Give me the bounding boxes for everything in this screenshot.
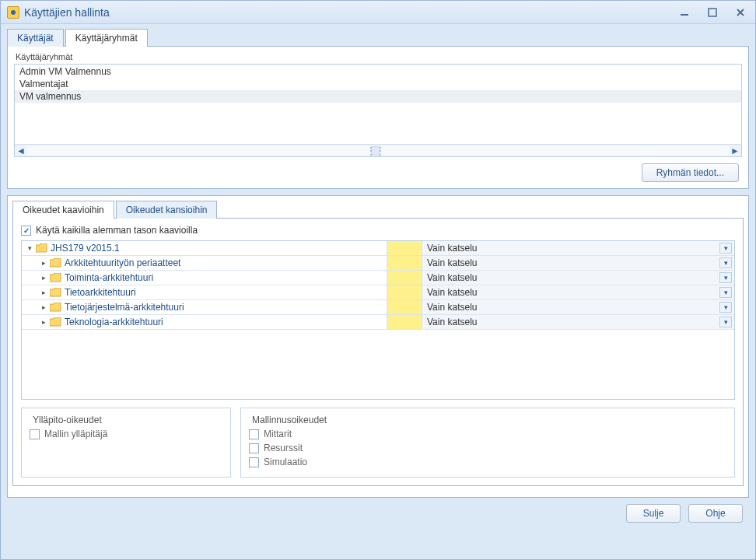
tree-node-label: Toiminta-arkkitehtuuri <box>65 272 153 283</box>
list-item[interactable]: VM valmennus <box>15 90 741 103</box>
groups-listbox[interactable]: Admin VM Valmennus Valmentajat VM valmen… <box>14 64 742 157</box>
tree-node-label: Tietoarkkitehtuuri <box>65 287 136 298</box>
tab-diagram-rights[interactable]: Oikeudet kaavioihin <box>12 201 114 219</box>
dropdown-icon[interactable]: ▾ <box>719 243 732 254</box>
tree-cell-label[interactable]: ▸Tietoarkkitehtuuri <box>22 285 387 299</box>
groups-panel: Käyttäjäryhmät Admin VM Valmennus Valmen… <box>7 46 749 189</box>
dropdown-icon[interactable]: ▾ <box>719 272 732 283</box>
tab-users[interactable]: Käyttäjät <box>7 29 64 47</box>
rights-content: Käytä kaikilla alemman tason kaavioilla … <box>12 218 744 486</box>
window-controls <box>676 5 749 19</box>
permission-cell[interactable]: Vain katselu▾ <box>422 241 734 255</box>
modeling-rights-title: Mallinnusoikeudet <box>249 415 330 425</box>
permission-cell[interactable]: Vain katselu▾ <box>422 285 734 299</box>
option-row: Simulaatio <box>249 457 726 467</box>
tree-cell-label[interactable]: ▾JHS179 v2015.1 <box>22 241 387 255</box>
help-button[interactable]: Ohje <box>688 504 743 523</box>
folder-icon <box>50 288 61 297</box>
list-item[interactable]: Valmentajat <box>15 78 741 90</box>
tree-row[interactable]: ▸Arkkitehtuurityön periaatteetVain katse… <box>22 256 734 271</box>
modeling-rights-box: Mallinnusoikeudet Mittarit Resurssit Sim… <box>240 408 735 478</box>
tree-cell-label[interactable]: ▸Teknologia-arkkitehtuuri <box>22 315 387 329</box>
permission-value: Vain katselu <box>427 257 477 268</box>
chevron-right-icon[interactable]: ▸ <box>39 273 48 282</box>
bottom-groups: Ylläpito-oikeudet Mallin ylläpitäjä Mall… <box>21 408 735 478</box>
apply-all-checkbox[interactable] <box>21 226 31 236</box>
tree-row[interactable]: ▸Toiminta-arkkitehtuuriVain katselu▾ <box>22 271 734 285</box>
horizontal-scrollbar[interactable]: ◄ ⋮⋮ ► <box>15 144 741 156</box>
folder-icon <box>50 258 61 268</box>
permissions-tree[interactable]: ▾JHS179 v2015.1Vain katselu▾▸Arkkitehtuu… <box>21 240 735 400</box>
scroll-left-icon[interactable]: ◄ <box>15 145 27 156</box>
simulation-checkbox[interactable] <box>249 457 259 467</box>
groups-label: Käyttäjäryhmät <box>16 52 742 61</box>
svg-rect-0 <box>681 14 688 16</box>
chevron-right-icon[interactable]: ▸ <box>39 288 48 297</box>
tab-user-groups[interactable]: Käyttäjäryhmät <box>65 29 148 47</box>
resources-checkbox[interactable] <box>249 443 259 453</box>
app-icon <box>7 6 19 19</box>
color-cell <box>387 271 422 285</box>
tree-row[interactable]: ▸Tietojärjestelmä-arkkitehtuuriVain kats… <box>22 300 734 315</box>
option-row: Resurssit <box>249 443 726 453</box>
inner-tabs: Oikeudet kaavioihin Oikeudet kansioihin <box>12 201 748 219</box>
dropdown-icon[interactable]: ▾ <box>719 257 732 268</box>
dropdown-icon[interactable]: ▾ <box>719 317 732 327</box>
resources-label: Resurssit <box>264 443 303 453</box>
window-title: Käyttäjien hallinta <box>24 6 110 19</box>
group-details-button[interactable]: Ryhmän tiedot... <box>642 163 739 182</box>
tree-cell-label[interactable]: ▸Arkkitehtuurityön periaatteet <box>22 256 387 270</box>
permission-value: Vain katselu <box>427 287 477 298</box>
client-area: Käyttäjät Käyttäjäryhmät Käyttäjäryhmät … <box>1 24 755 530</box>
permission-value: Vain katselu <box>427 302 477 313</box>
tree-node-label: Tietojärjestelmä-arkkitehtuuri <box>65 302 184 313</box>
list-item[interactable]: Admin VM Valmennus <box>15 65 741 78</box>
window: Käyttäjien hallinta Käyttäjät Käyttäjäry… <box>0 0 756 560</box>
tree-row[interactable]: ▸Teknologia-arkkitehtuuriVain katselu▾ <box>22 315 734 330</box>
dialog-buttons: Sulje Ohje <box>7 498 749 523</box>
color-cell <box>387 315 422 329</box>
permission-cell[interactable]: Vain katselu▾ <box>422 256 734 270</box>
minimize-icon[interactable] <box>676 5 693 19</box>
close-icon[interactable] <box>732 5 749 19</box>
permission-value: Vain katselu <box>427 317 477 327</box>
tree-node-label: JHS179 v2015.1 <box>51 243 120 254</box>
rights-panel: Oikeudet kaavioihin Oikeudet kansioihin … <box>7 195 749 498</box>
titlebar: Käyttäjien hallinta <box>1 1 755 24</box>
maximize-icon[interactable] <box>704 5 721 19</box>
dropdown-icon[interactable]: ▾ <box>719 287 732 298</box>
folder-icon <box>50 317 61 327</box>
tree-node-label: Teknologia-arkkitehtuuri <box>65 317 163 327</box>
permission-cell[interactable]: Vain katselu▾ <box>422 300 734 314</box>
permission-cell[interactable]: Vain katselu▾ <box>422 271 734 285</box>
tree-cell-label[interactable]: ▸Tietojärjestelmä-arkkitehtuuri <box>22 300 387 314</box>
permission-cell[interactable]: Vain katselu▾ <box>422 315 734 329</box>
chevron-right-icon[interactable]: ▸ <box>39 303 48 312</box>
model-admin-label: Mallin ylläpitäjä <box>44 429 107 439</box>
chevron-right-icon[interactable]: ▸ <box>39 258 48 268</box>
apply-all-label: Käytä kaikilla alemman tason kaavioilla <box>36 225 198 236</box>
chevron-down-icon[interactable]: ▾ <box>25 243 34 253</box>
model-admin-checkbox[interactable] <box>30 429 40 439</box>
metrics-checkbox[interactable] <box>249 429 259 439</box>
option-row: Mittarit <box>249 429 726 439</box>
chevron-right-icon[interactable]: ▸ <box>39 317 48 327</box>
color-cell <box>387 241 422 255</box>
tree-row[interactable]: ▸TietoarkkitehtuuriVain katselu▾ <box>22 285 734 300</box>
dropdown-icon[interactable]: ▾ <box>719 302 732 313</box>
color-cell <box>387 285 422 299</box>
option-row: Mallin ylläpitäjä <box>30 429 222 439</box>
permission-value: Vain katselu <box>427 243 477 254</box>
scroll-right-icon[interactable]: ► <box>729 145 741 156</box>
close-button[interactable]: Sulje <box>626 504 681 523</box>
scroll-thumb[interactable]: ⋮⋮ <box>371 146 380 156</box>
tree-node-label: Arkkitehtuurityön periaatteet <box>65 257 180 268</box>
apply-all-row: Käytä kaikilla alemman tason kaavioilla <box>21 225 735 236</box>
folder-icon <box>50 303 61 312</box>
metrics-label: Mittarit <box>264 429 292 439</box>
tree-cell-label[interactable]: ▸Toiminta-arkkitehtuuri <box>22 271 387 285</box>
top-tabs: Käyttäjät Käyttäjäryhmät <box>7 29 749 47</box>
tab-folder-rights[interactable]: Oikeudet kansioihin <box>116 201 218 219</box>
tree-row[interactable]: ▾JHS179 v2015.1Vain katselu▾ <box>22 241 734 256</box>
scroll-track[interactable]: ⋮⋮ <box>27 146 729 156</box>
